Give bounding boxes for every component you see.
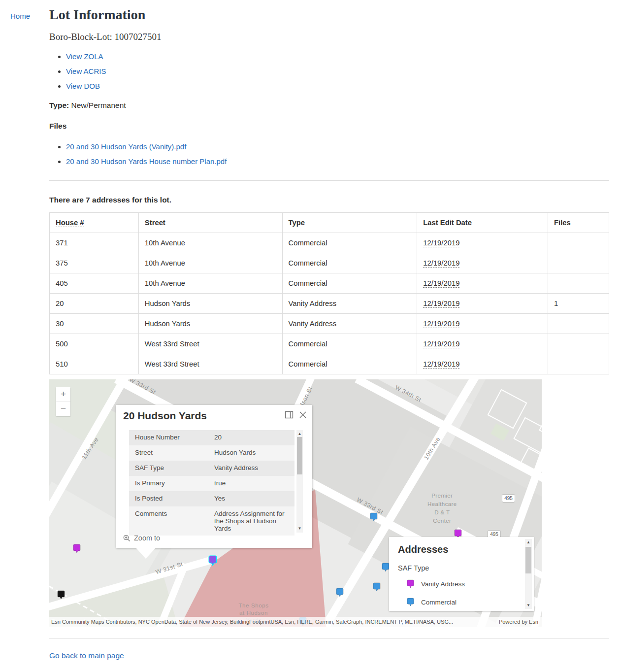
file-links-list: 20 and 30 Hudson Yards (Vanity).pdf 20 a… bbox=[49, 142, 609, 166]
type-label: Type: bbox=[49, 101, 69, 109]
cell-files bbox=[548, 253, 609, 273]
zoom-out-button[interactable]: − bbox=[56, 402, 70, 416]
col-header-house: House # bbox=[50, 213, 139, 233]
address-count-text: There are 7 addresses for this lot. bbox=[49, 196, 609, 204]
powered-by-esri: Powered by Esri bbox=[499, 617, 538, 627]
cell-last-edit: 12/19/2019 bbox=[417, 334, 548, 354]
cell-house: 371 bbox=[50, 233, 139, 253]
cell-house: 375 bbox=[50, 253, 139, 273]
legend-item-commercial: Commercial bbox=[407, 598, 457, 607]
close-icon[interactable] bbox=[298, 410, 307, 419]
files-heading: Files bbox=[49, 122, 609, 131]
poi-label-premier: Premier Healthcare D & T Center bbox=[427, 492, 457, 525]
table-row: 20 Hudson Yards Vanity Address 12/19/201… bbox=[50, 294, 609, 314]
map-pin-selected[interactable] bbox=[208, 555, 218, 567]
cell-street: West 33rd Street bbox=[138, 354, 282, 374]
home-link[interactable]: Home bbox=[10, 12, 30, 20]
map-canvas[interactable]: W 33rd St Hudson Bl W 34th St 10th Ave 1… bbox=[49, 379, 542, 627]
cell-type: Commercial bbox=[282, 354, 417, 374]
scroll-down-icon[interactable]: ▼ bbox=[525, 602, 532, 609]
popup-field-row: StreetHudson Yards bbox=[129, 445, 294, 461]
list-item: 20 and 30 Hudson Yards House number Plan… bbox=[66, 157, 609, 166]
scrollbar-thumb[interactable] bbox=[297, 437, 302, 474]
table-row: 500 West 33rd Street Commercial 12/19/20… bbox=[50, 334, 609, 354]
file-link-house-number-plan-pdf[interactable]: 20 and 30 Hudson Yards House number Plan… bbox=[66, 157, 227, 166]
cell-street: 10th Avenue bbox=[138, 253, 282, 273]
cell-type: Vanity Address bbox=[282, 314, 417, 334]
table-row: 510 West 33rd Street Commercial 12/19/20… bbox=[50, 354, 609, 374]
map-attribution: Esri Community Maps Contributors, NYC Op… bbox=[49, 617, 542, 627]
popup-field-row: Is PostedYes bbox=[129, 491, 294, 506]
legend-subtitle: SAF Type bbox=[398, 564, 429, 572]
cell-files bbox=[548, 314, 609, 334]
list-item: View ACRIS bbox=[66, 67, 609, 75]
cell-type: Commercial bbox=[282, 273, 417, 294]
back-to-main-link[interactable]: Go back to main page bbox=[49, 651, 124, 660]
legend-scrollbar[interactable]: ▲ ▼ bbox=[525, 539, 532, 609]
cell-files bbox=[548, 334, 609, 354]
view-dob-link[interactable]: View DOB bbox=[66, 82, 100, 90]
popup-field-row: CommentsAddress Assignment for the Shops… bbox=[129, 506, 294, 536]
external-links-list: View ZOLA View ACRIS View DOB bbox=[49, 52, 609, 90]
zoom-in-button[interactable]: + bbox=[56, 387, 70, 402]
map-pin-commercial[interactable] bbox=[370, 512, 378, 522]
map-pin-other[interactable] bbox=[57, 590, 65, 600]
cell-last-edit: 12/19/2019 bbox=[417, 273, 548, 294]
cell-last-edit: 12/19/2019 bbox=[417, 314, 548, 334]
popup-pointer bbox=[136, 548, 156, 559]
col-header-type: Type bbox=[282, 213, 417, 233]
cell-street: West 33rd Street bbox=[138, 334, 282, 354]
cell-street: Hudson Yards bbox=[138, 294, 282, 314]
scroll-up-icon[interactable]: ▲ bbox=[525, 539, 532, 546]
cell-type: Commercial bbox=[282, 334, 417, 354]
main-content: Lot Information Boro-Block-Lot: 10070275… bbox=[49, 7, 609, 374]
cell-type: Commercial bbox=[282, 253, 417, 273]
table-row: 375 10th Avenue Commercial 12/19/2019 bbox=[50, 253, 609, 273]
popup-field-table: House Number20 StreetHudson Yards SAF Ty… bbox=[129, 430, 294, 536]
list-item: View ZOLA bbox=[66, 52, 609, 61]
page-title: Lot Information bbox=[49, 7, 609, 23]
addresses-table: House # Street Type Last Edit Date Files… bbox=[49, 212, 609, 374]
file-link-vanity-pdf[interactable]: 20 and 30 Hudson Yards (Vanity).pdf bbox=[66, 142, 186, 151]
scroll-down-icon[interactable]: ▼ bbox=[296, 525, 303, 532]
cell-street: 10th Avenue bbox=[138, 233, 282, 253]
zoom-to-button[interactable]: Zoom to bbox=[123, 534, 160, 542]
dock-icon[interactable] bbox=[285, 410, 294, 419]
table-row: 30 Hudson Yards Vanity Address 12/19/201… bbox=[50, 314, 609, 334]
cell-house: 500 bbox=[50, 334, 139, 354]
view-acris-link[interactable]: View ACRIS bbox=[66, 67, 106, 75]
list-item: View DOB bbox=[66, 82, 609, 90]
cell-last-edit: 12/19/2019 bbox=[417, 294, 548, 314]
popup-field-row: Is Primarytrue bbox=[129, 476, 294, 491]
popup-scrollbar[interactable]: ▲ ▼ bbox=[296, 430, 303, 533]
cell-house: 30 bbox=[50, 314, 139, 334]
map-pin-commercial[interactable] bbox=[373, 582, 381, 592]
cell-type: Commercial bbox=[282, 233, 417, 253]
attribution-sources: Esri Community Maps Contributors, NYC Op… bbox=[51, 617, 453, 627]
scroll-up-icon[interactable]: ▲ bbox=[296, 431, 303, 437]
legend-panel: Addresses SAF Type Vanity Address Commer… bbox=[389, 537, 534, 611]
cell-house: 20 bbox=[50, 294, 139, 314]
cell-last-edit: 12/19/2019 bbox=[417, 233, 548, 253]
cell-house: 405 bbox=[50, 273, 139, 294]
cell-files: 1 bbox=[548, 294, 609, 314]
scrollbar-thumb[interactable] bbox=[525, 547, 531, 573]
map-pin-commercial[interactable] bbox=[336, 588, 344, 598]
map-pin-vanity[interactable] bbox=[73, 544, 81, 554]
divider bbox=[49, 638, 609, 639]
map-pin-commercial[interactable] bbox=[382, 563, 390, 572]
col-header-street: Street bbox=[138, 213, 282, 233]
col-header-files: Files bbox=[548, 213, 609, 233]
cell-files bbox=[548, 354, 609, 374]
divider bbox=[49, 180, 609, 181]
cell-last-edit: 12/19/2019 bbox=[417, 253, 548, 273]
cell-house: 510 bbox=[50, 354, 139, 374]
type-value: New/Permanent bbox=[71, 101, 126, 109]
cell-files bbox=[548, 273, 609, 294]
legend-item-vanity: Vanity Address bbox=[407, 579, 465, 589]
bbl-subtitle: Boro-Block-Lot: 1007027501 bbox=[49, 32, 609, 42]
cell-files bbox=[548, 233, 609, 253]
cell-street: 10th Avenue bbox=[138, 273, 282, 294]
magnifier-plus-icon bbox=[123, 535, 131, 542]
view-zola-link[interactable]: View ZOLA bbox=[66, 52, 103, 61]
